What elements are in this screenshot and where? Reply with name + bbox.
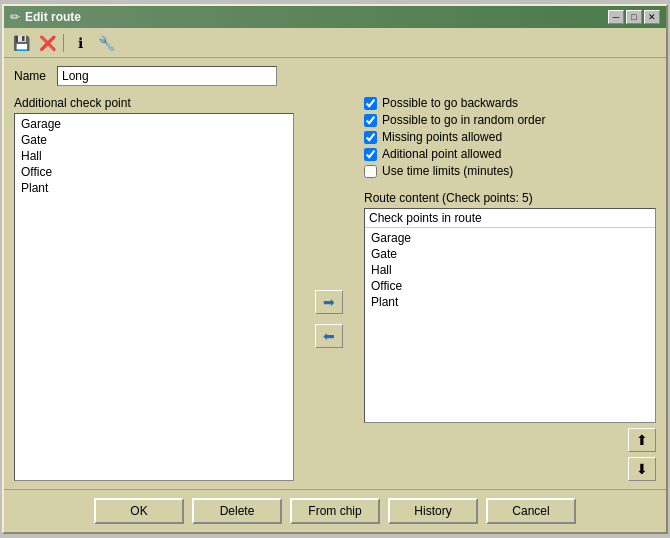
add-to-route-button[interactable]: ➡ bbox=[315, 290, 343, 314]
toolbar-separator bbox=[63, 34, 64, 52]
checkbox-row-missing: Missing points allowed bbox=[364, 130, 656, 144]
middle-panel: ➡ ⬅ bbox=[304, 96, 354, 481]
help-toolbar-button[interactable]: 🔧 bbox=[94, 32, 118, 54]
route-list-item[interactable]: Garage bbox=[367, 230, 653, 246]
additional-checkpoint-label: Additional check point bbox=[14, 96, 294, 110]
checkbox-random[interactable] bbox=[364, 114, 377, 127]
cancel-toolbar-button[interactable]: ❌ bbox=[35, 32, 59, 54]
move-up-button[interactable]: ⬆ bbox=[628, 428, 656, 452]
route-list-body[interactable]: Garage Gate Hall Office Plant bbox=[365, 228, 655, 422]
cancel-button[interactable]: Cancel bbox=[486, 498, 576, 524]
from-chip-button[interactable]: From chip bbox=[290, 498, 380, 524]
maximize-button[interactable]: □ bbox=[626, 10, 642, 24]
checkbox-missing-label: Missing points allowed bbox=[382, 130, 502, 144]
title-icon: ✏ bbox=[10, 10, 20, 24]
name-label: Name bbox=[14, 69, 49, 83]
window-title: Edit route bbox=[25, 10, 81, 24]
title-bar: ✏ Edit route ─ □ ✕ bbox=[4, 6, 666, 28]
content-area: Name Additional check point Garage Gate … bbox=[4, 58, 666, 489]
edit-route-window: ✏ Edit route ─ □ ✕ 💾 ❌ ℹ 🔧 Name Addition… bbox=[2, 4, 668, 534]
info-toolbar-button[interactable]: ℹ bbox=[68, 32, 92, 54]
ok-button[interactable]: OK bbox=[94, 498, 184, 524]
checkbox-backwards-label: Possible to go backwards bbox=[382, 96, 518, 110]
list-item[interactable]: Gate bbox=[17, 132, 291, 148]
delete-button[interactable]: Delete bbox=[192, 498, 282, 524]
checkboxes-area: Possible to go backwards Possible to go … bbox=[364, 96, 656, 181]
checkbox-backwards[interactable] bbox=[364, 97, 377, 110]
title-buttons: ─ □ ✕ bbox=[608, 10, 660, 24]
minimize-button[interactable]: ─ bbox=[608, 10, 624, 24]
checkbox-row-additional: Aditional point allowed bbox=[364, 147, 656, 161]
list-item[interactable]: Garage bbox=[17, 116, 291, 132]
move-buttons: ⬆ ⬇ bbox=[364, 428, 656, 481]
additional-checkpoint-list[interactable]: Garage Gate Hall Office Plant bbox=[14, 113, 294, 481]
right-panel: Possible to go backwards Possible to go … bbox=[364, 96, 656, 481]
history-button[interactable]: History bbox=[388, 498, 478, 524]
bottom-bar: OK Delete From chip History Cancel bbox=[4, 489, 666, 532]
toolbar: 💾 ❌ ℹ 🔧 bbox=[4, 28, 666, 58]
list-item[interactable]: Office bbox=[17, 164, 291, 180]
checkbox-timelimits[interactable] bbox=[364, 165, 377, 178]
route-content-area: Route content (Check points: 5) Check po… bbox=[364, 191, 656, 481]
left-panel: Additional check point Garage Gate Hall … bbox=[14, 96, 294, 481]
remove-from-route-button[interactable]: ⬅ bbox=[315, 324, 343, 348]
checkbox-timelimits-label: Use time limits (minutes) bbox=[382, 164, 513, 178]
checkbox-additional-label: Aditional point allowed bbox=[382, 147, 501, 161]
title-bar-left: ✏ Edit route bbox=[10, 10, 81, 24]
save-toolbar-button[interactable]: 💾 bbox=[9, 32, 33, 54]
route-list-item[interactable]: Office bbox=[367, 278, 653, 294]
route-content-label: Route content (Check points: 5) bbox=[364, 191, 656, 205]
route-list-item[interactable]: Hall bbox=[367, 262, 653, 278]
close-button[interactable]: ✕ bbox=[644, 10, 660, 24]
name-input[interactable] bbox=[57, 66, 277, 86]
route-list-item[interactable]: Plant bbox=[367, 294, 653, 310]
checkbox-row-backwards: Possible to go backwards bbox=[364, 96, 656, 110]
checkbox-row-random: Possible to go in random order bbox=[364, 113, 656, 127]
route-list-header: Check points in route bbox=[365, 209, 655, 228]
list-item[interactable]: Plant bbox=[17, 180, 291, 196]
move-down-button[interactable]: ⬇ bbox=[628, 457, 656, 481]
route-list-item[interactable]: Gate bbox=[367, 246, 653, 262]
route-list-container: Check points in route Garage Gate Hall O… bbox=[364, 208, 656, 423]
main-area: Additional check point Garage Gate Hall … bbox=[14, 96, 656, 481]
checkbox-additional[interactable] bbox=[364, 148, 377, 161]
list-item[interactable]: Hall bbox=[17, 148, 291, 164]
checkbox-random-label: Possible to go in random order bbox=[382, 113, 545, 127]
name-row: Name bbox=[14, 66, 656, 86]
checkbox-row-timelimits: Use time limits (minutes) bbox=[364, 164, 656, 178]
checkbox-missing[interactable] bbox=[364, 131, 377, 144]
